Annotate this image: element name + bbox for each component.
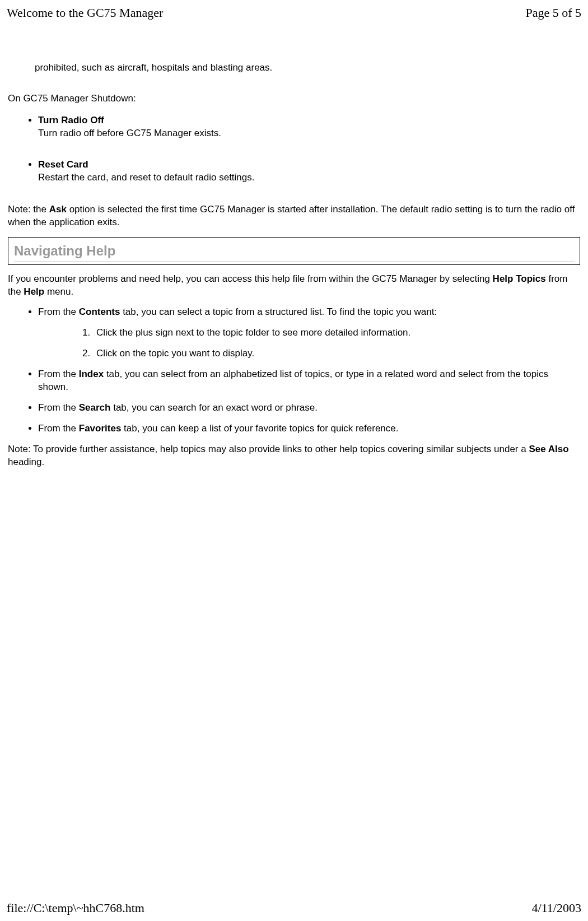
text-bold: Index <box>79 369 104 379</box>
header-page: Page 5 of 5 <box>525 4 581 21</box>
list-item-index: From the Index tab, you can select from … <box>38 368 580 394</box>
list-item-contents: From the Contents tab, you can select a … <box>38 306 580 360</box>
header-title: Welcome to the GC75 Manager <box>7 4 163 21</box>
text: From the <box>38 402 79 413</box>
note-suffix: option is selected the first time GC75 M… <box>8 204 575 227</box>
shutdown-section: On GC75 Manager Shutdown: Turn Radio Off… <box>8 92 580 185</box>
text: tab, you can select from an alphabetized… <box>38 369 548 392</box>
page-footer: file://C:\temp\~hhC768.htm 4/11/2003 <box>7 900 581 917</box>
note-see-also: Note: To provide further assistance, hel… <box>8 443 580 469</box>
item-title: Turn Radio Off <box>38 115 104 125</box>
text-bold: Contents <box>79 306 120 317</box>
text-bold: Help <box>24 286 44 297</box>
top-fragment: prohibited, such as aircraft, hospitals … <box>35 62 580 75</box>
step: Click on the topic you want to display. <box>93 347 580 360</box>
text: tab, you can keep a list of your favorit… <box>121 423 398 434</box>
text-bold: Search <box>79 402 111 413</box>
text: From the <box>38 423 79 434</box>
text: menu. <box>44 286 73 297</box>
shutdown-heading: On GC75 Manager Shutdown: <box>8 92 580 105</box>
text: If you encounter problems and need help,… <box>8 273 493 284</box>
text-bold: Favorites <box>79 423 122 434</box>
footer-date: 4/11/2003 <box>532 900 581 917</box>
page-header: Welcome to the GC75 Manager Page 5 of 5 <box>0 0 588 24</box>
text: Note: To provide further assistance, hel… <box>8 444 529 454</box>
note-ask: Note: the Ask option is selected the fir… <box>8 203 580 229</box>
text-bold: See Also <box>529 444 568 454</box>
text: tab, you can select a topic from a struc… <box>120 306 437 317</box>
content-area: prohibited, such as aircraft, hospitals … <box>0 62 588 469</box>
nav-list: From the Contents tab, you can select a … <box>8 306 580 435</box>
text: tab, you can search for an exact word or… <box>110 402 317 413</box>
list-item-favorites: From the Favorites tab, you can keep a l… <box>38 422 580 435</box>
list-item: Reset Card Restart the card, and reset t… <box>38 159 580 184</box>
note-bold: Ask <box>49 204 67 215</box>
text: From the <box>38 306 79 317</box>
item-title: Reset Card <box>38 159 88 170</box>
note-prefix: Note: the <box>8 204 49 215</box>
step: Click the plus sign next to the topic fo… <box>93 327 580 339</box>
text: From the <box>38 369 79 379</box>
list-item-search: From the Search tab, you can search for … <box>38 402 580 415</box>
list-item: Turn Radio Off Turn radio off before GC7… <box>38 114 580 140</box>
text: heading. <box>8 457 44 467</box>
footer-path: file://C:\temp\~hhC768.htm <box>7 900 144 917</box>
item-desc: Turn radio off before GC75 Manager exist… <box>38 128 221 138</box>
shutdown-list: Turn Radio Off Turn radio off before GC7… <box>8 114 580 185</box>
contents-steps: Click the plus sign next to the topic fo… <box>38 327 580 360</box>
text-bold: Help Topics <box>493 273 546 284</box>
item-desc: Restart the card, and reset to default r… <box>38 172 255 183</box>
section-heading-box: Navigating Help <box>8 237 580 264</box>
nav-intro: If you encounter problems and need help,… <box>8 273 580 299</box>
navigating-help-heading: Navigating Help <box>14 242 574 262</box>
